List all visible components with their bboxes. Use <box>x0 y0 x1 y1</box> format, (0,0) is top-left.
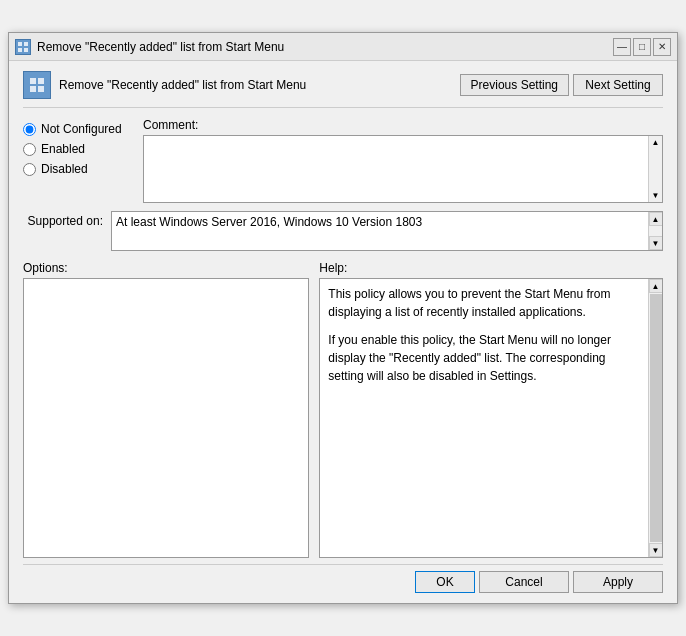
supported-label: Supported on: <box>23 211 103 228</box>
title-bar-left: Remove "Recently added" list from Start … <box>15 39 284 55</box>
svg-rect-4 <box>30 78 36 84</box>
minimize-button[interactable]: — <box>613 38 631 56</box>
header-title: Remove "Recently added" list from Start … <box>59 78 306 92</box>
radio-enabled-label: Enabled <box>41 142 85 156</box>
help-text: This policy allows you to prevent the St… <box>320 279 648 557</box>
window-title: Remove "Recently added" list from Start … <box>37 40 284 54</box>
header-buttons: Previous Setting Next Setting <box>460 74 663 96</box>
comment-scroll-up[interactable]: ▲ <box>650 136 662 149</box>
supported-row: Supported on: At least Windows Server 20… <box>23 211 663 251</box>
radio-not-configured-label: Not Configured <box>41 122 122 136</box>
options-label: Options: <box>23 261 309 275</box>
apply-button[interactable]: Apply <box>573 571 663 593</box>
help-section: Help: This policy allows you to prevent … <box>319 261 663 558</box>
options-box <box>23 278 309 558</box>
options-help-row: Options: Help: This policy allows you to… <box>23 261 663 558</box>
content-area: Remove "Recently added" list from Start … <box>9 61 677 603</box>
title-bar-buttons: — □ ✕ <box>613 38 671 56</box>
comment-label: Comment: <box>143 118 663 132</box>
help-box: This policy allows you to prevent the St… <box>319 278 663 558</box>
help-scrollbar: ▲ ▼ <box>648 279 662 557</box>
radio-disabled[interactable]: Disabled <box>23 162 133 176</box>
close-button[interactable]: ✕ <box>653 38 671 56</box>
header-row: Remove "Recently added" list from Start … <box>23 71 663 108</box>
radio-enabled[interactable]: Enabled <box>23 142 133 156</box>
window-icon <box>15 39 31 55</box>
svg-rect-5 <box>38 78 44 84</box>
svg-rect-3 <box>24 48 28 52</box>
supported-value-box: At least Windows Server 2016, Windows 10… <box>111 211 663 251</box>
radio-not-configured[interactable]: Not Configured <box>23 122 133 136</box>
help-paragraph-1: This policy allows you to prevent the St… <box>328 285 640 321</box>
help-scroll-down[interactable]: ▼ <box>649 543 663 557</box>
header-left: Remove "Recently added" list from Start … <box>23 71 306 99</box>
supported-scrollbar: ▲ ▼ <box>648 212 662 250</box>
options-section: Options: <box>23 261 309 558</box>
next-setting-button[interactable]: Next Setting <box>573 74 663 96</box>
svg-rect-2 <box>18 48 22 52</box>
bottom-buttons: OK Cancel Apply <box>23 564 663 593</box>
svg-rect-1 <box>24 42 28 46</box>
previous-setting-button[interactable]: Previous Setting <box>460 74 569 96</box>
cancel-button[interactable]: Cancel <box>479 571 569 593</box>
supported-scroll-down[interactable]: ▼ <box>649 236 663 250</box>
help-paragraph-2: If you enable this policy, the Start Men… <box>328 331 640 385</box>
help-scroll-up[interactable]: ▲ <box>649 279 663 293</box>
radio-disabled-label: Disabled <box>41 162 88 176</box>
main-window: Remove "Recently added" list from Start … <box>8 32 678 604</box>
comment-section: Comment: ▲ ▼ <box>143 118 663 203</box>
header-icon <box>23 71 51 99</box>
supported-scroll-up[interactable]: ▲ <box>649 212 663 226</box>
maximize-button[interactable]: □ <box>633 38 651 56</box>
help-label: Help: <box>319 261 663 275</box>
comment-scrollbar: ▲ ▼ <box>648 136 662 202</box>
supported-value: At least Windows Server 2016, Windows 10… <box>112 212 648 232</box>
svg-rect-0 <box>18 42 22 46</box>
comment-scroll-down[interactable]: ▼ <box>650 189 662 202</box>
title-bar: Remove "Recently added" list from Start … <box>9 33 677 61</box>
radio-section: Not Configured Enabled Disabled <box>23 118 133 203</box>
main-section: Not Configured Enabled Disabled Comment:… <box>23 118 663 203</box>
svg-rect-6 <box>30 86 36 92</box>
svg-rect-7 <box>38 86 44 92</box>
comment-textarea[interactable] <box>144 136 648 202</box>
ok-button[interactable]: OK <box>415 571 475 593</box>
